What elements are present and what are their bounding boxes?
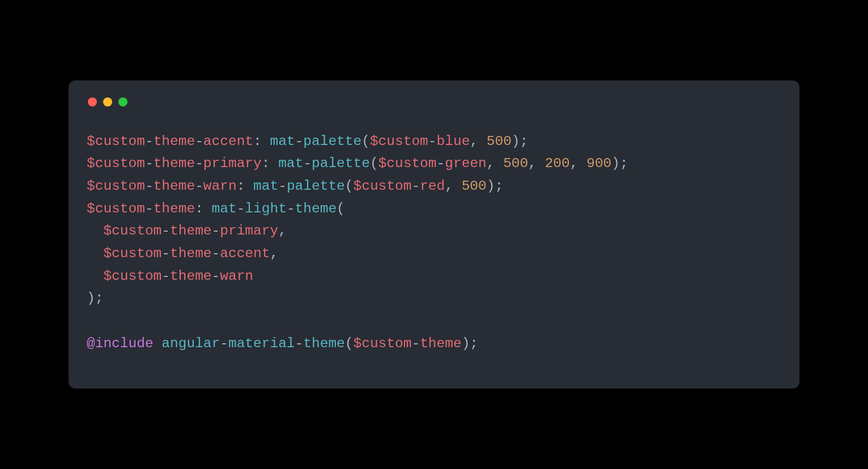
code-line: $custom-theme-warn bbox=[87, 268, 253, 284]
code-token: ( bbox=[370, 156, 378, 171]
code-token: $custom bbox=[87, 134, 145, 149]
code-token: ); bbox=[512, 134, 528, 149]
code-token: $custom bbox=[378, 156, 437, 171]
code-token: $custom bbox=[103, 246, 161, 261]
code-token: ( bbox=[345, 336, 354, 351]
code-token: $custom bbox=[87, 156, 145, 171]
code-token: primary bbox=[220, 223, 278, 238]
code-token: - bbox=[145, 201, 154, 216]
code-token: - bbox=[195, 178, 203, 194]
code-token: palette bbox=[312, 156, 370, 171]
code-window: $custom-theme-accent: mat-palette($custo… bbox=[69, 80, 799, 389]
code-token: , bbox=[528, 156, 544, 171]
code-token: - bbox=[220, 336, 228, 351]
code-token: @include bbox=[87, 336, 154, 351]
code-token: - bbox=[287, 201, 295, 216]
code-token: - bbox=[295, 134, 304, 149]
code-token: ); bbox=[462, 336, 478, 351]
code-token: ( bbox=[337, 201, 345, 216]
code-token: ); bbox=[87, 291, 103, 306]
code-line: @include angular-material-theme($custom-… bbox=[87, 336, 478, 351]
code-token: theme bbox=[170, 268, 212, 284]
code-token: ); bbox=[487, 178, 503, 194]
code-line: $custom-theme: mat-light-theme( bbox=[87, 201, 345, 216]
code-token bbox=[87, 223, 103, 238]
code-token: - bbox=[145, 156, 154, 171]
code-block: $custom-theme-accent: mat-palette($custo… bbox=[87, 130, 781, 355]
code-token: 500 bbox=[503, 156, 528, 171]
code-token: - bbox=[195, 156, 203, 171]
code-token: accent bbox=[220, 246, 270, 261]
code-token: : bbox=[237, 178, 253, 194]
code-token: - bbox=[212, 223, 220, 238]
code-token: $custom bbox=[370, 134, 428, 149]
code-token: , bbox=[570, 156, 586, 171]
code-token: theme bbox=[420, 336, 462, 351]
code-token: : bbox=[195, 201, 211, 216]
code-token: - bbox=[161, 268, 170, 284]
window-titlebar bbox=[87, 97, 781, 106]
code-token: mat bbox=[212, 201, 237, 216]
code-token: angular bbox=[161, 336, 220, 351]
minimize-icon[interactable] bbox=[103, 97, 112, 106]
code-token: $custom bbox=[354, 336, 412, 351]
code-token: blue bbox=[437, 134, 470, 149]
code-token: , bbox=[278, 223, 287, 238]
code-token: accent bbox=[203, 134, 253, 149]
code-token: theme bbox=[154, 156, 195, 171]
code-token: - bbox=[437, 156, 445, 171]
code-token: green bbox=[445, 156, 487, 171]
code-token: $custom bbox=[354, 178, 412, 194]
code-token: warn bbox=[203, 178, 237, 194]
zoom-icon[interactable] bbox=[118, 97, 127, 106]
code-token: $custom bbox=[87, 201, 145, 216]
code-token: 200 bbox=[545, 156, 570, 171]
code-token: - bbox=[161, 223, 170, 238]
code-token: - bbox=[295, 336, 304, 351]
code-token: : bbox=[262, 156, 278, 171]
code-token: , bbox=[487, 156, 503, 171]
code-token: : bbox=[253, 134, 270, 149]
code-token: warn bbox=[220, 268, 253, 284]
code-token: theme bbox=[170, 246, 212, 261]
code-token: primary bbox=[203, 156, 262, 171]
code-line: $custom-theme-accent, bbox=[87, 246, 278, 261]
code-token: ); bbox=[611, 156, 628, 171]
code-token: - bbox=[145, 178, 154, 194]
code-token: palette bbox=[287, 178, 345, 194]
code-token bbox=[87, 268, 103, 284]
code-token: theme bbox=[170, 223, 212, 238]
code-token: mat bbox=[253, 178, 278, 194]
code-token: material bbox=[228, 336, 295, 351]
code-token: - bbox=[303, 156, 312, 171]
code-token: mat bbox=[270, 134, 295, 149]
code-token: , bbox=[270, 246, 278, 261]
code-token: mat bbox=[278, 156, 303, 171]
code-token: light bbox=[245, 201, 287, 216]
code-line: $custom-theme-accent: mat-palette($custo… bbox=[87, 134, 528, 149]
code-token: theme bbox=[303, 336, 345, 351]
code-token: theme bbox=[295, 201, 337, 216]
code-token: , bbox=[445, 178, 461, 194]
code-token: ( bbox=[345, 178, 354, 194]
code-token: - bbox=[278, 178, 287, 194]
code-token: - bbox=[212, 246, 220, 261]
code-token: theme bbox=[154, 201, 195, 216]
code-token: palette bbox=[303, 134, 361, 149]
code-token: - bbox=[411, 178, 420, 194]
code-token bbox=[154, 336, 162, 351]
code-token: - bbox=[428, 134, 437, 149]
code-token: - bbox=[195, 134, 203, 149]
code-token: $custom bbox=[103, 268, 161, 284]
code-token: theme bbox=[154, 134, 195, 149]
code-token: - bbox=[161, 246, 170, 261]
code-token: - bbox=[145, 134, 154, 149]
code-token: ( bbox=[361, 134, 370, 149]
code-token: red bbox=[420, 178, 445, 194]
code-token: - bbox=[212, 268, 220, 284]
code-line: ); bbox=[87, 291, 103, 306]
code-token: 500 bbox=[487, 134, 512, 149]
code-token: $custom bbox=[103, 223, 161, 238]
close-icon[interactable] bbox=[88, 97, 97, 106]
code-token bbox=[87, 246, 103, 261]
